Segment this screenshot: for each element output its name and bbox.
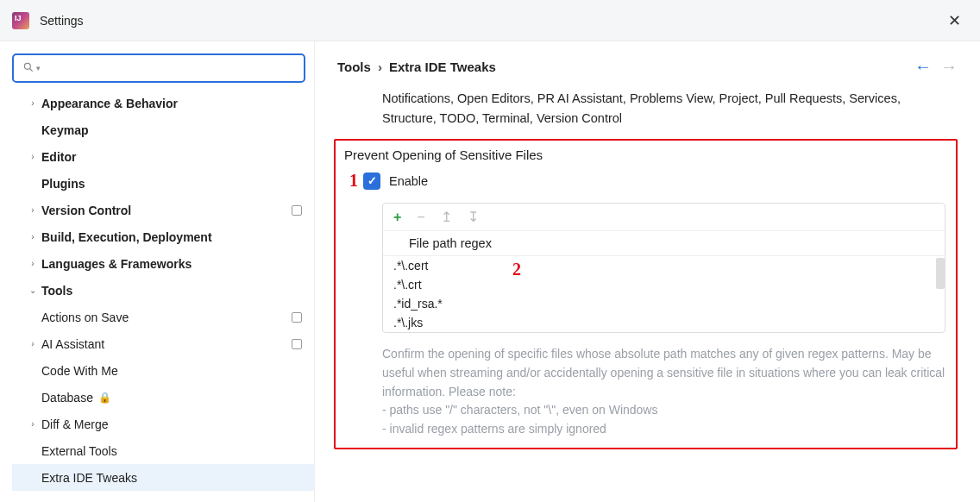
expand-icon: › [24,232,41,242]
lock-icon: 🔒 [98,392,111,404]
tree-item-editor[interactable]: ›Editor [12,143,314,170]
tree-item-label: Plugins [41,177,85,191]
remove-icon: − [417,210,424,225]
back-arrow-icon[interactable]: ← [914,57,932,77]
project-badge-icon [292,205,302,216]
tree-item-label: Extra IDE Tweaks [41,471,137,485]
tree-item-external-tools[interactable]: External Tools [12,437,314,464]
sidebar: ▾ ›Appearance & BehaviorKeymap›EditorPlu… [0,41,315,502]
close-icon[interactable]: ✕ [941,8,968,34]
expand-icon: › [24,259,41,268]
enable-checkbox[interactable]: ✓ [363,173,380,190]
project-badge-icon [292,339,302,349]
table-header: File path regex [383,231,945,256]
down-arrow-icon: ↧ [468,209,479,225]
tree-item-plugins[interactable]: Plugins [12,170,314,197]
tree-item-label: Keymap [41,123,88,137]
tree-item-label: Build, Execution, Deployment [41,230,212,244]
sensitive-files-panel: Prevent Opening of Sensitive Files 1 ✓ E… [334,139,958,449]
breadcrumb: Tools › Extra IDE Tweaks ← → [337,57,958,77]
titlebar: Settings ✕ [0,0,980,41]
tree-item-database[interactable]: Database🔒 [12,384,314,411]
up-arrow-icon: ↥ [441,209,452,225]
table-body: 2 .*\.cert.*\.crt.*id_rsa.*.*\.jks [383,256,945,332]
add-icon[interactable]: + [393,210,401,225]
content: Tools › Extra IDE Tweaks ← → Notificatio… [315,41,980,502]
tree-item-diff-merge[interactable]: ›Diff & Merge [12,411,314,437]
top-text: Notifications, Open Editors, PR AI Assis… [382,89,958,129]
forward-arrow-icon: → [940,57,958,77]
tree-item-label: Diff & Merge [41,417,109,431]
crumb-tools[interactable]: Tools [337,60,371,74]
tree-item-appearance-behavior[interactable]: ›Appearance & Behavior [12,90,314,116]
nav-arrows: ← → [914,57,958,77]
tree-item-label: Actions on Save [41,311,129,324]
tree-item-code-with-me[interactable]: Code With Me [12,357,314,384]
crumb-current: Extra IDE Tweaks [389,60,496,74]
enable-row: 1 ✓ Enable [349,171,945,191]
panel-title: Prevent Opening of Sensitive Files [344,147,945,162]
tree-item-label: Appearance & Behavior [41,97,178,110]
tree-item-ai-assistant[interactable]: ›AI Assistant [12,330,314,357]
expand-icon: › [24,152,41,161]
table-row[interactable]: .*\.jks [383,313,945,332]
expand-icon: › [24,205,41,215]
tree-item-label: Version Control [41,204,131,217]
table-toolbar: + − ↥ ↧ [383,204,945,231]
search-wrap[interactable]: ▾ [12,53,305,83]
tree-item-actions-on-save[interactable]: Actions on Save [12,304,314,330]
app-icon [12,12,29,29]
tree-item-build-execution-deployment[interactable]: ›Build, Execution, Deployment [12,223,314,250]
window-title: Settings [40,14,84,28]
body: ▾ ›Appearance & BehaviorKeymap›EditorPlu… [0,41,980,502]
tree-item-label: Tools [41,284,72,298]
tree-item-extra-ide-tweaks[interactable]: Extra IDE Tweaks [12,464,314,491]
tree-item-tools[interactable]: ⌄Tools [12,277,314,304]
dropdown-caret-icon[interactable]: ▾ [36,64,41,72]
chevron-right-icon: › [378,60,382,74]
annotation-1: 1 [349,171,358,191]
tree-item-label: External Tools [41,444,117,458]
tree-item-keymap[interactable]: Keymap [12,116,314,143]
regex-table: + − ↥ ↧ File path regex 2 .*\.cert.*\.cr… [382,203,945,333]
tree-item-label: Languages & Frameworks [41,257,192,271]
settings-tree: ›Appearance & BehaviorKeymap›EditorPlugi… [12,90,314,491]
table-row[interactable]: .*id_rsa.* [383,294,945,313]
tree-item-label: Code With Me [41,364,118,378]
search-icon [22,61,35,76]
svg-line-1 [30,68,33,71]
scrollbar[interactable] [936,258,945,289]
tree-item-label: Database [41,391,93,405]
expand-icon: ⌄ [24,286,41,295]
expand-icon: › [24,98,41,108]
tree-item-version-control[interactable]: ›Version Control [12,197,314,223]
project-badge-icon [292,312,302,323]
table-row[interactable]: .*\.crt [383,275,945,294]
table-row[interactable]: .*\.cert [383,256,945,275]
expand-icon: › [24,339,41,348]
tree-item-languages-frameworks[interactable]: ›Languages & Frameworks [12,250,314,277]
check-icon: ✓ [368,174,377,187]
search-input[interactable] [46,61,295,75]
tree-item-label: AI Assistant [41,337,104,351]
svg-point-0 [24,63,30,69]
expand-icon: › [24,419,41,429]
tree-item-label: Editor [41,150,76,164]
help-text: Confirm the opening of specific files wh… [382,345,945,438]
enable-label: Enable [389,174,428,188]
annotation-2: 2 [512,260,521,279]
